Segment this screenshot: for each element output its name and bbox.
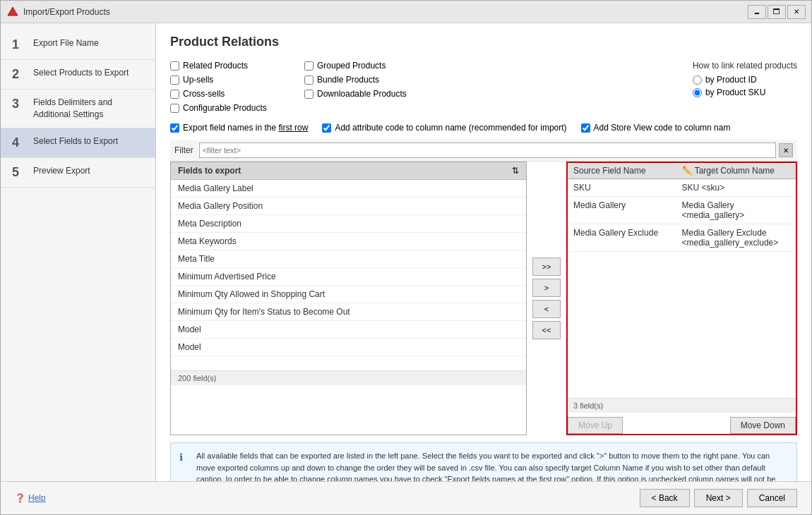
- info-icon: ℹ: [179, 450, 191, 481]
- checkbox-configurable-products[interactable]: Configurable Products: [170, 103, 304, 113]
- add-attribute-code-input[interactable]: [322, 123, 331, 133]
- export-field-names-checkbox[interactable]: Export field names in the first row: [170, 123, 308, 133]
- footer-left: ❓ Help: [15, 493, 46, 503]
- radio-by-product-sku[interactable]: by Product SKU: [693, 87, 797, 97]
- main-window: Import/Export Products 🗕 🗖 ✕ 1 Export Fi…: [0, 0, 812, 515]
- add-store-view-checkbox[interactable]: Add Store View code to column nam: [581, 123, 731, 133]
- checkbox-bundle-products-input[interactable]: [304, 75, 314, 85]
- page-title: Product Relations: [170, 35, 797, 49]
- product-relations-section: Related Products Up-sells Cross-sells: [170, 61, 797, 113]
- move-up-button[interactable]: Move Up: [568, 417, 623, 434]
- checkbox-bundle-products[interactable]: Bundle Products: [304, 75, 438, 85]
- checkbox-upsells[interactable]: Up-sells: [170, 75, 304, 85]
- checkbox-crosssells-input[interactable]: [170, 90, 179, 99]
- checkbox-grouped-products[interactable]: Grouped Products: [304, 61, 438, 71]
- export-field-names-input[interactable]: [170, 123, 179, 133]
- checkbox-grouped-products-label: Grouped Products: [317, 61, 386, 71]
- checkbox-related-products[interactable]: Related Products: [170, 61, 304, 71]
- sidebar-num-4: 4: [12, 135, 26, 150]
- sidebar-label-5: Preview Export: [33, 165, 90, 177]
- exported-target: Media Gallery Exclude <media_gallery_exc…: [682, 228, 791, 248]
- right-panel: Source Field Name ✏️ Target Column Name …: [566, 162, 797, 435]
- list-item[interactable]: Minimum Advertised Price: [171, 268, 526, 286]
- app-icon: [6, 6, 19, 18]
- cancel-button[interactable]: Cancel: [747, 489, 797, 507]
- filter-input[interactable]: [199, 143, 776, 158]
- checkbox-related-products-label: Related Products: [183, 61, 248, 71]
- fields-header-label: Fields to export: [178, 166, 241, 176]
- checkbox-configurable-products-input[interactable]: [170, 104, 179, 113]
- add-store-view-input[interactable]: [581, 123, 590, 133]
- checkboxes-col2: Grouped Products Bundle Products Downloa…: [304, 61, 438, 113]
- checkbox-crosssells[interactable]: Cross-sells: [170, 89, 304, 99]
- minimize-button[interactable]: 🗕: [748, 5, 766, 19]
- list-item[interactable]: Model: [171, 321, 526, 339]
- list-item[interactable]: Media Gallery Position: [171, 198, 526, 215]
- remove-one-button[interactable]: <: [532, 300, 561, 318]
- filter-clear-icon[interactable]: ✕: [779, 143, 793, 157]
- footer-right: < Back Next > Cancel: [640, 489, 797, 507]
- list-item[interactable]: Meta Keywords: [171, 233, 526, 250]
- list-item[interactable]: Minimum Qty for Item's Status to Become …: [171, 303, 526, 321]
- sidebar-item-5[interactable]: 5 Preview Export: [1, 158, 155, 188]
- radio-by-product-id[interactable]: by Product ID: [693, 75, 797, 85]
- sidebar-num-1: 1: [12, 37, 26, 52]
- exported-source: SKU: [573, 183, 682, 193]
- checkboxes-row: Related Products Up-sells Cross-sells: [170, 61, 797, 113]
- close-button[interactable]: ✕: [787, 5, 806, 19]
- checkbox-upsells-input[interactable]: [170, 75, 179, 85]
- svg-marker-0: [8, 7, 18, 16]
- help-link[interactable]: Help: [28, 493, 46, 503]
- source-col-header: Source Field Name: [573, 166, 682, 176]
- fields-list[interactable]: Media Gallery Label Media Gallery Positi…: [171, 180, 526, 370]
- pencil-icon: ✏️: [682, 166, 695, 176]
- checkbox-downloadable-products-input[interactable]: [304, 90, 314, 99]
- checkbox-grouped-products-input[interactable]: [304, 61, 314, 71]
- sidebar-num-3: 3: [12, 97, 26, 111]
- radio-product-sku-input[interactable]: [693, 88, 702, 97]
- exported-row[interactable]: Media Gallery Media Gallery <media_galle…: [568, 197, 796, 224]
- list-item[interactable]: Minimum Qty Allowed in Shopping Cart: [171, 286, 526, 303]
- sidebar-num-5: 5: [12, 165, 26, 180]
- back-button[interactable]: < Back: [640, 489, 690, 507]
- export-field-names-label: Export field names in the first row: [183, 123, 308, 133]
- sidebar-item-3[interactable]: 3 Fields Delimiters and Additional Setti…: [1, 90, 155, 128]
- maximize-button[interactable]: 🗖: [768, 5, 786, 19]
- main-content: 1 Export File Name 2 Select Products to …: [1, 23, 811, 481]
- list-item[interactable]: Media Gallery Label: [171, 180, 526, 198]
- exported-row[interactable]: Media Gallery Exclude Media Gallery Excl…: [568, 224, 796, 252]
- checkboxes-col1: Related Products Up-sells Cross-sells: [170, 61, 304, 113]
- exported-row[interactable]: SKU SKU <sku>: [568, 179, 796, 197]
- exported-list[interactable]: SKU SKU <sku> Media Gallery Media Galler…: [568, 179, 796, 398]
- info-box: ℹ All available fields that can be expor…: [170, 442, 797, 481]
- list-item[interactable]: Meta Description: [171, 215, 526, 233]
- checkbox-bundle-products-label: Bundle Products: [317, 75, 379, 85]
- filter-label: Filter: [174, 145, 193, 155]
- sidebar: 1 Export File Name 2 Select Products to …: [1, 23, 156, 481]
- checkbox-related-products-input[interactable]: [170, 61, 179, 71]
- sidebar-label-3: Fields Delimiters and Additional Setting…: [33, 97, 144, 121]
- sidebar-label-2: Select Products to Export: [33, 67, 129, 79]
- add-all-button[interactable]: >>: [532, 258, 561, 276]
- next-button[interactable]: Next >: [694, 489, 743, 507]
- add-one-button[interactable]: >: [532, 279, 561, 297]
- radio-product-id-input[interactable]: [693, 75, 702, 85]
- checkbox-upsells-label: Up-sells: [183, 75, 213, 85]
- radio-product-id-label: by Product ID: [705, 75, 757, 85]
- sidebar-item-1[interactable]: 1 Export File Name: [1, 30, 155, 60]
- list-item[interactable]: Model: [171, 339, 526, 356]
- add-store-view-label: Add Store View code to column nam: [594, 123, 731, 133]
- add-attribute-code-checkbox[interactable]: Add attribute code to column name (recom…: [322, 123, 566, 133]
- checkbox-downloadable-products[interactable]: Downloadable Products: [304, 89, 438, 99]
- filter-row: Filter ✕: [170, 140, 797, 162]
- link-options-title: How to link related products: [693, 61, 797, 71]
- remove-all-button[interactable]: <<: [532, 321, 561, 339]
- target-col-header: ✏️ Target Column Name: [682, 166, 791, 176]
- list-item[interactable]: Meta Title: [171, 250, 526, 268]
- checkbox-downloadable-products-label: Downloadable Products: [317, 89, 407, 99]
- sidebar-item-2[interactable]: 2 Select Products to Export: [1, 60, 155, 90]
- export-options-row: Export field names in the first row Add …: [170, 123, 797, 133]
- exported-count: 3 field(s): [568, 398, 796, 413]
- sidebar-item-4[interactable]: 4 Select Fields to Export: [1, 128, 155, 158]
- move-down-button[interactable]: Move Down: [730, 417, 796, 434]
